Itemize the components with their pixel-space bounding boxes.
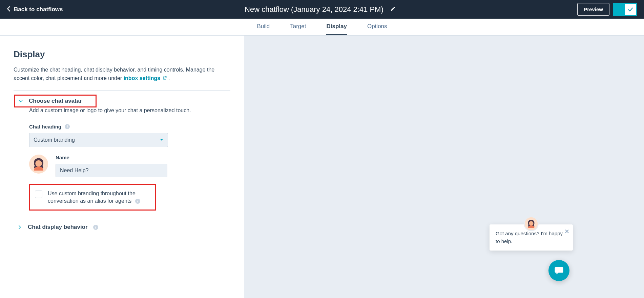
- avatar-row: Name: [29, 155, 230, 177]
- section-behavior-header[interactable]: Chat display behavior i: [14, 218, 230, 236]
- save-button[interactable]: [613, 3, 637, 16]
- svg-point-1: [35, 160, 42, 166]
- section-display-behavior: Chat display behavior i: [14, 218, 230, 236]
- checkmark-icon: [625, 4, 636, 15]
- chat-launcher-button[interactable]: [548, 260, 569, 281]
- section-choose-avatar: Choose chat avatar Add a custom image or…: [14, 91, 230, 219]
- page-description: Customize the chat heading, chat display…: [14, 66, 230, 83]
- tab-target[interactable]: Target: [290, 19, 306, 35]
- top-bar: Back to chatflows New chatflow (January …: [0, 0, 644, 19]
- back-label: Back to chatflows: [14, 6, 63, 13]
- section-avatar-body: Add a custom image or logo to give your …: [14, 107, 230, 218]
- section-avatar-desc: Add a custom image or logo to give your …: [29, 107, 230, 114]
- chevron-left-icon: [7, 6, 11, 13]
- chevron-right-icon: [17, 224, 22, 230]
- back-to-chatflows-link[interactable]: Back to chatflows: [7, 6, 63, 13]
- avatar-image[interactable]: [29, 155, 48, 174]
- caret-down-icon: [160, 137, 164, 143]
- chat-preview-bubble: ✕ Got any questions? I'm happy to help.: [490, 224, 573, 251]
- title-wrap: New chatflow (January 24, 2024 2:41 PM): [70, 5, 571, 14]
- custom-branding-checkbox[interactable]: [35, 191, 42, 198]
- chat-preview-avatar: [524, 216, 539, 231]
- tab-options[interactable]: Options: [367, 19, 387, 35]
- name-input[interactable]: [56, 164, 167, 177]
- tab-build[interactable]: Build: [257, 19, 270, 35]
- header-actions: Preview: [577, 3, 637, 16]
- custom-branding-checkbox-row: Use custom branding throughout the conve…: [35, 190, 149, 205]
- content-area: Display Customize the chat heading, chat…: [0, 36, 644, 298]
- info-icon[interactable]: i: [65, 124, 70, 129]
- section-behavior-title: Chat display behavior: [28, 224, 88, 231]
- settings-panel: Display Customize the chat heading, chat…: [0, 36, 244, 298]
- svg-point-3: [529, 221, 533, 225]
- chat-heading-label: Chat heading i: [29, 124, 230, 130]
- close-icon[interactable]: ✕: [564, 227, 569, 236]
- inbox-settings-link[interactable]: inbox settings: [124, 75, 168, 81]
- info-icon[interactable]: i: [135, 199, 140, 204]
- section-avatar-title[interactable]: Choose chat avatar: [29, 98, 82, 104]
- preview-panel: ✕ Got any questions? I'm happy to help.: [244, 36, 644, 298]
- name-label: Name: [56, 155, 167, 160]
- highlight-checkbox: Use custom branding throughout the conve…: [29, 184, 156, 211]
- external-link-icon: [163, 74, 167, 83]
- info-icon[interactable]: i: [93, 225, 98, 230]
- tab-bar: Build Target Display Options: [0, 19, 644, 36]
- chevron-down-icon[interactable]: [18, 98, 23, 104]
- custom-branding-checkbox-label: Use custom branding throughout the conve…: [48, 190, 149, 205]
- preview-button[interactable]: Preview: [577, 3, 609, 16]
- chat-preview-text: Got any questions? I'm happy to help.: [496, 231, 563, 244]
- chatflow-title: New chatflow (January 24, 2024 2:41 PM): [245, 5, 383, 14]
- page-title: Display: [14, 49, 244, 60]
- tab-display[interactable]: Display: [326, 19, 347, 35]
- chat-heading-value: Custom branding: [34, 137, 75, 143]
- highlight-avatar-header: Choose chat avatar: [14, 95, 97, 107]
- pencil-icon[interactable]: [390, 6, 396, 13]
- name-column: Name: [56, 155, 167, 177]
- chat-heading-select[interactable]: Custom branding: [29, 133, 168, 147]
